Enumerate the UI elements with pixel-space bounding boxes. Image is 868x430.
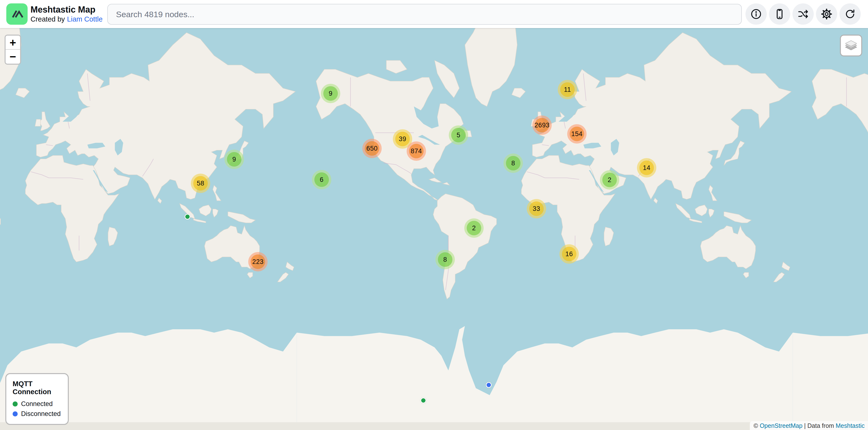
cluster-inner-circle: 223 <box>251 255 265 269</box>
meshtastic-link[interactable]: Meshtastic <box>836 422 865 429</box>
cluster-inner-circle: 2693 <box>535 118 549 132</box>
info-button[interactable] <box>745 3 767 25</box>
zoom-in-button[interactable]: + <box>6 36 20 49</box>
node-marker-connected[interactable] <box>185 214 190 220</box>
cluster-marker-small[interactable]: 2 <box>600 170 619 190</box>
cluster-inner-circle: 16 <box>562 247 577 261</box>
copyright-symbol: © <box>754 422 758 429</box>
world-map <box>0 28 868 430</box>
byline-prefix: Created by <box>31 15 65 24</box>
cluster-marker-medium[interactable]: 11 <box>558 80 577 99</box>
cluster-inner-circle: 154 <box>569 127 584 141</box>
cluster-marker-small[interactable]: 9 <box>321 84 340 103</box>
zoom-control: + − <box>5 35 21 65</box>
mqtt-legend: MQTT Connection Connected Disconnected <box>5 373 69 425</box>
cluster-count: 650 <box>366 145 378 152</box>
cluster-marker-large[interactable]: 650 <box>362 139 382 158</box>
cluster-count: 58 <box>197 180 204 187</box>
attribution-middle: | Data from <box>804 422 834 429</box>
author-link[interactable]: Liam Cottle <box>67 15 103 24</box>
cluster-marker-medium[interactable]: 16 <box>559 244 579 264</box>
cluster-inner-circle: 2 <box>602 173 617 187</box>
cluster-marker-large[interactable]: 2693 <box>532 115 552 135</box>
cluster-count: 9 <box>329 90 333 97</box>
cluster-count: 9 <box>232 156 236 163</box>
disconnected-dot <box>12 411 18 417</box>
cluster-marker-small[interactable]: 2 <box>464 219 484 238</box>
cluster-count: 5 <box>457 131 460 139</box>
cluster-count: 39 <box>399 135 406 143</box>
node-marker-connected[interactable] <box>421 398 426 403</box>
cluster-count: 223 <box>252 258 264 266</box>
cluster-inner-circle: 650 <box>365 141 379 156</box>
cluster-marker-small[interactable]: 5 <box>449 125 468 145</box>
cluster-marker-small[interactable]: 9 <box>224 150 244 169</box>
refresh-button[interactable] <box>839 3 861 25</box>
cluster-inner-circle: 58 <box>193 176 208 191</box>
cluster-count: 874 <box>411 147 422 155</box>
cluster-inner-circle: 33 <box>529 201 544 216</box>
cluster-count: 8 <box>443 256 447 263</box>
header-buttons <box>745 3 861 25</box>
cluster-marker-medium[interactable]: 58 <box>191 174 210 193</box>
random-node-button[interactable] <box>793 3 814 25</box>
info-icon <box>750 8 762 20</box>
cluster-inner-circle: 9 <box>227 152 242 167</box>
cluster-count: 8 <box>511 160 515 167</box>
mobile-app-button[interactable] <box>769 3 790 25</box>
title-block: Meshtastic Map Created by Liam Cottle <box>31 3 103 25</box>
cluster-marker-large[interactable]: 874 <box>407 141 426 161</box>
cluster-inner-circle: 14 <box>640 161 654 175</box>
cluster-inner-circle: 9 <box>323 86 338 101</box>
cluster-inner-circle: 11 <box>560 82 575 97</box>
cluster-inner-circle: 39 <box>395 132 410 146</box>
cluster-marker-large[interactable]: 223 <box>248 252 268 271</box>
cluster-count: 11 <box>564 86 571 94</box>
mobile-device-icon <box>774 8 785 20</box>
zoom-out-button[interactable]: − <box>6 49 20 64</box>
cluster-marker-small[interactable]: 8 <box>435 250 455 269</box>
meshtastic-logo <box>6 3 28 25</box>
connected-dot <box>12 401 18 406</box>
layers-control[interactable] <box>840 35 862 57</box>
cluster-inner-circle: 6 <box>314 172 329 187</box>
cluster-marker-small[interactable]: 8 <box>503 154 523 173</box>
cluster-count: 33 <box>533 205 540 212</box>
cluster-count: 154 <box>571 130 583 138</box>
cluster-inner-circle: 5 <box>451 128 466 142</box>
legend-row-disconnected: Disconnected <box>12 410 62 418</box>
node-marker-disconnected[interactable] <box>486 382 492 388</box>
map-attribution: © OpenStreetMap | Data from Meshtastic <box>750 421 868 430</box>
settings-button[interactable] <box>816 3 837 25</box>
cluster-marker-large[interactable]: 154 <box>567 124 587 143</box>
cluster-inner-circle: 874 <box>409 144 424 158</box>
cluster-marker-medium[interactable]: 33 <box>527 199 546 219</box>
disconnected-label: Disconnected <box>21 410 61 418</box>
layers-icon <box>843 38 859 53</box>
search-input[interactable] <box>107 4 742 25</box>
meshtastic-logo-icon <box>9 6 25 22</box>
cluster-marker-small[interactable]: 6 <box>312 170 331 189</box>
cluster-count: 2693 <box>534 122 550 129</box>
refresh-icon <box>844 8 856 20</box>
cluster-count: 2 <box>608 176 612 184</box>
cluster-count: 6 <box>320 176 323 184</box>
openstreetmap-link[interactable]: OpenStreetMap <box>760 422 803 429</box>
connected-label: Connected <box>21 400 53 408</box>
map-canvas[interactable] <box>0 28 868 430</box>
legend-title: MQTT Connection <box>12 380 62 396</box>
page-title: Meshtastic Map <box>31 4 103 15</box>
cluster-count: 14 <box>643 164 650 172</box>
cluster-count: 2 <box>472 225 476 232</box>
cluster-count: 16 <box>565 250 573 258</box>
search-wrap <box>107 4 742 25</box>
app-header: Meshtastic Map Created by Liam Cottle <box>0 0 868 28</box>
shuffle-icon <box>797 8 809 20</box>
byline: Created by Liam Cottle <box>31 15 103 24</box>
cluster-inner-circle: 8 <box>438 252 453 267</box>
settings-icon <box>821 8 832 20</box>
cluster-inner-circle: 2 <box>467 221 481 235</box>
cluster-marker-medium[interactable]: 14 <box>637 158 656 177</box>
legend-row-connected: Connected <box>12 400 62 408</box>
cluster-inner-circle: 8 <box>506 156 521 170</box>
